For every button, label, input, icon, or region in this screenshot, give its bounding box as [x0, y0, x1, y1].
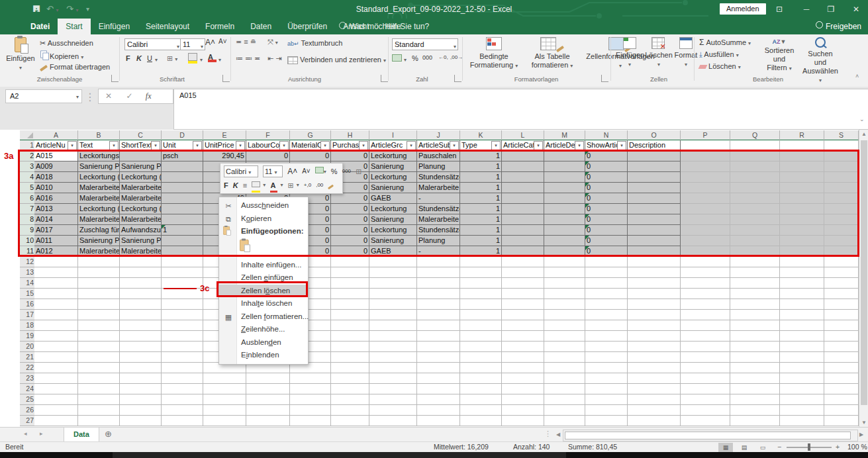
cell[interactable] — [369, 373, 417, 384]
cell[interactable] — [246, 405, 290, 416]
cell[interactable] — [780, 289, 824, 299]
cell[interactable] — [369, 342, 417, 352]
increase-font-icon[interactable]: A˄ — [205, 38, 215, 47]
tabbar-divider[interactable]: ⋮ — [544, 430, 552, 438]
close-button[interactable]: ✕ — [846, 0, 866, 19]
cell[interactable] — [585, 331, 628, 342]
cell[interactable] — [120, 267, 162, 278]
conditional-formatting-button[interactable]: BedingteFormatierung ▾ — [465, 37, 523, 70]
scroll-right-icon[interactable]: ▶ — [857, 432, 866, 437]
formula-bar-expand-icon[interactable]: ⌄ — [859, 116, 865, 122]
cell[interactable] — [730, 289, 780, 299]
font-family-combo[interactable]: Calibri▾ — [124, 38, 181, 50]
cell[interactable] — [544, 416, 585, 426]
cell[interactable] — [460, 416, 502, 426]
cell[interactable] — [780, 342, 824, 352]
ribbon-tab-daten[interactable]: Daten — [242, 19, 279, 34]
cell[interactable] — [544, 363, 585, 373]
column-header-O[interactable]: O — [628, 130, 681, 141]
cell[interactable] — [628, 278, 681, 289]
horizontal-scroll-thumb[interactable] — [565, 432, 851, 439]
cell[interactable] — [78, 257, 120, 267]
comma-style-icon[interactable]: 000 — [422, 54, 432, 61]
cell[interactable] — [730, 394, 780, 405]
number-format-combo[interactable]: Standard▾ — [392, 38, 458, 50]
wrap-text-button[interactable]: ab↵ Textumbruch — [287, 38, 342, 49]
cell[interactable] — [681, 267, 730, 278]
cell[interactable] — [34, 394, 78, 405]
cell[interactable] — [681, 289, 730, 299]
menu-item-einblenden[interactable]: Einblenden — [219, 349, 308, 362]
cell[interactable] — [120, 289, 162, 299]
cell[interactable] — [34, 289, 78, 299]
cell[interactable] — [331, 331, 369, 342]
cut-button[interactable]: ✂ Ausschneiden — [40, 38, 93, 48]
cell[interactable] — [162, 267, 203, 278]
sheet-nav-right-icon[interactable]: ▸ — [40, 430, 43, 437]
cell[interactable] — [417, 416, 460, 426]
cell[interactable] — [417, 267, 460, 278]
cell[interactable] — [331, 342, 369, 352]
cell[interactable] — [544, 352, 585, 363]
cell[interactable] — [34, 257, 78, 267]
cell[interactable] — [780, 278, 824, 289]
cell[interactable] — [34, 405, 78, 416]
cell[interactable] — [681, 278, 730, 289]
cell[interactable] — [34, 278, 78, 289]
scroll-up-icon[interactable]: ▲ — [859, 131, 868, 137]
cell[interactable] — [460, 289, 502, 299]
column-header-F[interactable]: F — [246, 130, 290, 141]
cell[interactable] — [331, 384, 369, 394]
cell[interactable] — [585, 342, 628, 352]
cell[interactable] — [681, 342, 730, 352]
cell[interactable] — [460, 320, 502, 331]
cell[interactable] — [369, 363, 417, 373]
cell[interactable] — [162, 310, 203, 320]
cell[interactable] — [502, 405, 544, 416]
cell[interactable] — [369, 320, 417, 331]
cell[interactable] — [730, 416, 780, 426]
cell[interactable] — [628, 289, 681, 299]
cell[interactable] — [34, 320, 78, 331]
cell[interactable] — [369, 267, 417, 278]
cell[interactable] — [502, 257, 544, 267]
cell[interactable] — [681, 310, 730, 320]
filter-dropdown-icon[interactable]: ▾ — [68, 141, 77, 150]
cell[interactable] — [780, 299, 824, 310]
menu-item-ausblenden[interactable]: Ausblenden — [219, 336, 308, 349]
cell[interactable] — [544, 394, 585, 405]
column-header-I[interactable]: I — [369, 130, 417, 141]
cell[interactable] — [120, 299, 162, 310]
cell[interactable] — [502, 278, 544, 289]
horizontal-align-icons[interactable]: ≔ ≕ ≖ — [236, 54, 260, 63]
cell[interactable] — [628, 257, 681, 267]
cell[interactable] — [730, 299, 780, 310]
cell[interactable] — [34, 352, 78, 363]
cell[interactable] — [824, 352, 859, 363]
cell[interactable] — [681, 352, 730, 363]
cell[interactable] — [780, 394, 824, 405]
zoom-out-icon[interactable]: − — [777, 443, 781, 451]
cell[interactable] — [120, 363, 162, 373]
cell[interactable] — [369, 331, 417, 342]
filter-dropdown-icon[interactable]: ▾ — [534, 141, 543, 150]
cell[interactable] — [162, 363, 203, 373]
cell[interactable] — [78, 278, 120, 289]
cell[interactable] — [162, 331, 203, 342]
cell[interactable] — [502, 342, 544, 352]
cell[interactable] — [331, 278, 369, 289]
cell[interactable] — [544, 299, 585, 310]
filter-dropdown-icon[interactable]: ▾ — [491, 141, 501, 150]
cell[interactable] — [730, 331, 780, 342]
cell[interactable] — [120, 405, 162, 416]
italic-button[interactable]: K — [136, 54, 142, 62]
cell[interactable] — [417, 331, 460, 342]
column-header-S[interactable]: S — [824, 130, 859, 141]
cell[interactable] — [203, 405, 246, 416]
cell[interactable] — [544, 257, 585, 267]
cell[interactable] — [681, 257, 730, 267]
fx-icon[interactable]: fx — [140, 91, 157, 101]
decrease-font-icon[interactable]: A˅ — [218, 38, 227, 45]
normal-view-icon[interactable]: ▦ — [718, 443, 733, 452]
cell[interactable] — [246, 416, 290, 426]
